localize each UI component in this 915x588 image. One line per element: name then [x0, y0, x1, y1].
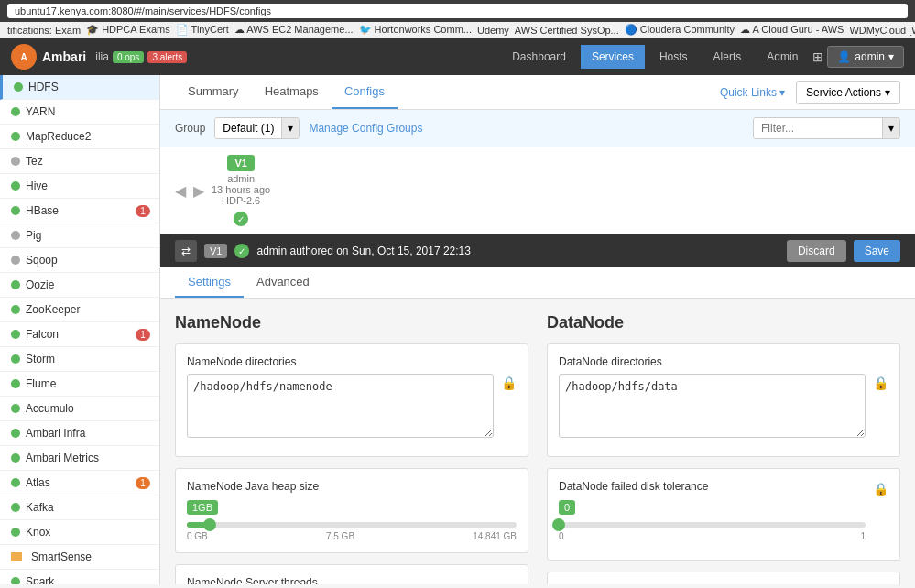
- lock-icon-datanode-disk: 🔒: [873, 482, 888, 496]
- tab-advanced[interactable]: Advanced: [244, 267, 322, 298]
- sidebar-item-ambari-metrics[interactable]: Ambari Metrics: [0, 446, 159, 471]
- config-toolbar: Group Default (1) ▾ Manage Config Groups…: [160, 110, 915, 147]
- sidebar-item-oozie[interactable]: Oozie: [0, 273, 159, 298]
- datanode-section: DataNode DataNode directories 🔒 DataNode…: [547, 313, 900, 584]
- nav-left-arrow[interactable]: ◀: [175, 182, 186, 200]
- save-button[interactable]: Save: [854, 240, 900, 262]
- status-dot-spark: [11, 577, 20, 584]
- sidebar-label-storm: Storm: [26, 353, 150, 365]
- sidebar-label-atlas: Atlas: [26, 476, 136, 489]
- sidebar-item-hbase[interactable]: HBase 1: [0, 199, 159, 223]
- sidebar-label-yarn: YARN: [26, 105, 150, 118]
- ambari-logo: A: [11, 44, 37, 70]
- sidebar-label-knox: Knox: [26, 526, 150, 539]
- top-nav-right: Dashboard Services Hosts Alerts Admin ⊞ …: [501, 45, 904, 69]
- sidebar-item-spark[interactable]: Spark: [0, 570, 159, 584]
- quick-links-chevron: ▾: [779, 86, 785, 99]
- version-timeline: ◀ ▶ V1 admin 13 hours ago HDP-2.6 ✓: [160, 147, 915, 234]
- namenode-directories-field-row: 🔒: [187, 374, 517, 438]
- grid-icon[interactable]: ⊞: [812, 49, 823, 64]
- sidebar-label-spark: Spark: [26, 575, 150, 584]
- bookmark-aws-sysop[interactable]: AWS Certified SysOp...: [515, 25, 619, 36]
- bookmark-cloudguru[interactable]: ☁ A Cloud Guru - AWS: [740, 24, 844, 36]
- sidebar-item-storm[interactable]: Storm: [0, 347, 159, 372]
- sidebar-item-flume[interactable]: Flume: [0, 372, 159, 397]
- datanode-failed-disk-slider-thumb: [552, 518, 565, 531]
- datanode-failed-disk-panel: DataNode failed disk tolerance 0 0 1: [547, 468, 900, 561]
- browser-url[interactable]: ubuntu17.kenya.com:8080/#/main/services/…: [7, 4, 908, 18]
- group-select[interactable]: Default (1) ▾: [214, 117, 300, 139]
- namenode-heap-slider-track[interactable]: [187, 522, 517, 528]
- top-nav: A Ambari ilia 0 ops 3 alerts Dashboard S…: [0, 38, 915, 75]
- status-dot-kafka: [11, 503, 20, 512]
- sidebar-item-mapreduce2[interactable]: MapReduce2: [0, 125, 159, 149]
- version-bubble[interactable]: V1: [227, 155, 254, 171]
- namenode-threads-label: NameNode Server threads: [187, 576, 517, 584]
- atlas-badge: 1: [136, 477, 150, 489]
- sidebar-item-accumulo[interactable]: Accumulo: [0, 397, 159, 421]
- admin-button[interactable]: 👤 admin ▾: [827, 46, 904, 68]
- sidebar-item-tez[interactable]: Tez: [0, 149, 159, 174]
- nav-services[interactable]: Services: [581, 45, 645, 69]
- bookmark-udemy[interactable]: Udemy: [477, 25, 509, 36]
- bookmark-notifications[interactable]: tifications: Exam: [7, 25, 81, 36]
- sidebar-item-zookeeper[interactable]: ZooKeeper: [0, 298, 159, 322]
- datanode-failed-disk-min: 0: [559, 531, 564, 541]
- sidebar-item-hive[interactable]: Hive: [0, 174, 159, 199]
- sidebar-label-hdfs: HDFS: [28, 81, 150, 93]
- nav-admin[interactable]: Admin: [756, 45, 809, 69]
- service-actions-button[interactable]: Service Actions ▾: [796, 81, 900, 104]
- namenode-section: NameNode NameNode directories 🔒 NameNode…: [175, 313, 528, 584]
- sidebar-label-hive: Hive: [26, 180, 150, 192]
- sidebar-item-hdfs[interactable]: HDFS: [0, 75, 159, 100]
- bookmark-cloudera[interactable]: 🔵 Cloudera Community: [625, 24, 735, 36]
- tab-configs[interactable]: Configs: [332, 75, 398, 109]
- nav-hosts[interactable]: Hosts: [648, 45, 699, 69]
- namenode-heap-panel: NameNode Java heap size 1GB 0 GB 7.5 GB …: [175, 468, 528, 553]
- quick-links[interactable]: Quick Links ▾: [720, 86, 785, 99]
- datanode-failed-disk-slider-track[interactable]: [559, 522, 866, 528]
- content-header: Summary Heatmaps Configs Quick Links ▾ S…: [160, 75, 915, 110]
- discard-button[interactable]: Discard: [787, 240, 846, 262]
- group-label: Group: [175, 122, 205, 135]
- sidebar-label-smartsense: SmartSense: [31, 550, 150, 563]
- datanode-directories-textarea[interactable]: [559, 374, 866, 438]
- tab-settings[interactable]: Settings: [175, 267, 244, 298]
- datanode-failed-disk-row: DataNode failed disk tolerance 0 0 1: [559, 480, 888, 541]
- manage-config-groups-link[interactable]: Manage Config Groups: [309, 122, 422, 135]
- username: ilia: [95, 50, 109, 63]
- bookmark-aws-ec2[interactable]: ☁ AWS EC2 Manageme...: [234, 24, 354, 36]
- sidebar-item-ambari-infra[interactable]: Ambari Infra: [0, 421, 159, 446]
- filter-input[interactable]: [754, 118, 882, 138]
- bookmark-wdmycloud[interactable]: WDMyCloud [WD M...: [849, 25, 915, 36]
- shuffle-icon: ⇄: [175, 240, 197, 262]
- status-dot-zookeeper: [11, 305, 20, 314]
- ops-badge[interactable]: 0 ops: [113, 51, 144, 63]
- sidebar-item-smartsense[interactable]: SmartSense: [0, 545, 159, 570]
- sidebar-item-knox[interactable]: Knox: [0, 520, 159, 545]
- bookmark-hortonworks[interactable]: 🐦 Hortonworks Comm...: [359, 24, 472, 36]
- tab-heatmaps[interactable]: Heatmaps: [252, 75, 332, 109]
- alerts-badge[interactable]: 3 alerts: [147, 51, 187, 63]
- nav-right-arrow[interactable]: ▶: [193, 182, 204, 200]
- admin-chevron: ▾: [888, 50, 894, 63]
- status-dot-mapreduce2: [11, 132, 20, 141]
- sidebar-label-accumulo: Accumulo: [26, 402, 150, 415]
- sidebar-item-atlas[interactable]: Atlas 1: [0, 471, 159, 495]
- tab-configs-label: Configs: [344, 84, 385, 98]
- nav-alerts[interactable]: Alerts: [703, 45, 753, 69]
- tab-summary[interactable]: Summary: [175, 75, 252, 109]
- sidebar-item-yarn[interactable]: YARN: [0, 100, 159, 125]
- sidebar-item-falcon[interactable]: Falcon 1: [0, 322, 159, 347]
- config-content: NameNode NameNode directories 🔒 NameNode…: [160, 299, 915, 584]
- namenode-threads-panel: NameNode Server threads 25 1 101 200: [175, 564, 528, 584]
- sidebar-item-pig[interactable]: Pig: [0, 223, 159, 248]
- nav-dashboard[interactable]: Dashboard: [501, 45, 577, 69]
- bookmark-hdpca[interactable]: 🎓 HDPCA Exams: [86, 24, 170, 36]
- filter-arrow[interactable]: ▾: [882, 118, 899, 138]
- sidebar-item-kafka[interactable]: Kafka: [0, 495, 159, 520]
- sidebar-item-sqoop[interactable]: Sqoop: [0, 248, 159, 273]
- bookmark-tinycert[interactable]: 📄 TinyCert: [176, 24, 229, 36]
- group-select-arrow[interactable]: ▾: [281, 118, 299, 138]
- namenode-directories-textarea[interactable]: [187, 374, 494, 438]
